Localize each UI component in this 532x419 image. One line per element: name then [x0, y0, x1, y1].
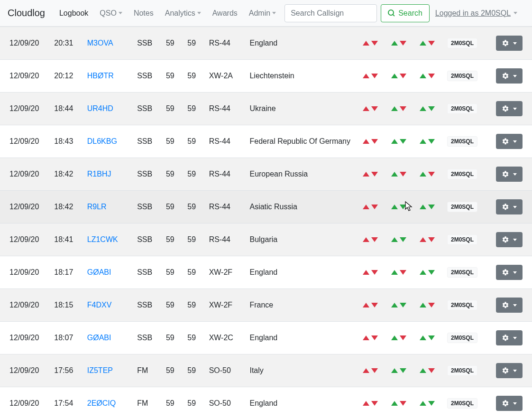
cell-date: 12/09/20 — [0, 158, 48, 191]
table-row: 12/09/20 18:42 R9LR SSB 59 59 RS-44 Asia… — [0, 191, 532, 223]
table-row: 12/09/20 20:12 HBØTR SSB 59 59 XW-2A Lie… — [0, 60, 532, 93]
cell-actions — [486, 223, 532, 256]
cell-rst-sent: 59 — [160, 256, 182, 289]
nav-admin[interactable]: Admin — [244, 5, 281, 21]
triangle-down-icon — [428, 368, 435, 373]
status-triangles — [420, 335, 435, 340]
cell-eqsl-status — [413, 93, 441, 125]
cell-band: RS-44 — [203, 191, 244, 223]
nav-notes[interactable]: Notes — [129, 5, 158, 21]
row-actions-button[interactable] — [496, 232, 523, 247]
station-badge: 2M0SQL — [447, 38, 477, 48]
nav-logbook[interactable]: Logbook — [55, 5, 93, 21]
chevron-down-icon — [513, 140, 517, 143]
cell-eqsl-status — [413, 256, 441, 289]
triangle-up-icon — [391, 401, 398, 406]
chevron-down-icon — [119, 12, 122, 14]
callsign-link[interactable]: R9LR — [87, 203, 107, 211]
triangle-down-icon — [371, 303, 378, 307]
status-triangles — [363, 41, 378, 46]
cell-rst-rcvd: 59 — [182, 256, 203, 289]
logged-in-menu[interactable]: Logged in as 2M0SQL — [435, 9, 517, 18]
table-row: 12/09/20 18:44 UR4HD SSB 59 59 RS-44 Ukr… — [0, 93, 532, 125]
callsign-link[interactable]: M3OVA — [87, 39, 113, 47]
triangle-down-icon — [400, 401, 406, 406]
cell-lotw-status — [385, 354, 413, 387]
station-badge: 2M0SQL — [447, 234, 477, 245]
callsign-link[interactable]: LZ1CWK — [87, 235, 118, 243]
callsign-link[interactable]: IZ5TEP — [87, 366, 113, 374]
cell-date: 12/09/20 — [0, 322, 48, 354]
chevron-down-icon — [513, 173, 517, 176]
status-triangles — [391, 270, 406, 275]
row-actions-button[interactable] — [496, 134, 523, 149]
row-actions-button[interactable] — [496, 167, 523, 182]
status-triangles — [420, 237, 435, 242]
callsign-link[interactable]: R1BHJ — [87, 170, 111, 178]
cell-qsl-status — [356, 289, 385, 322]
row-actions-button[interactable] — [496, 363, 523, 378]
cell-time: 17:54 — [48, 387, 81, 419]
callsign-link[interactable]: HBØTR — [87, 72, 114, 80]
cell-eqsl-status — [413, 125, 441, 158]
triangle-down-icon — [371, 368, 378, 373]
search-form: Search — [284, 4, 430, 22]
cell-mode: SSB — [131, 191, 160, 223]
cell-time: 18:44 — [48, 93, 81, 125]
triangle-up-icon — [420, 172, 426, 177]
status-triangles — [391, 335, 406, 340]
cell-country: Bulgaria — [244, 223, 356, 256]
nav-qso[interactable]: QSO — [95, 5, 127, 21]
row-actions-button[interactable] — [496, 298, 523, 313]
search-button[interactable]: Search — [381, 4, 430, 22]
cell-eqsl-status — [413, 223, 441, 256]
brand-link[interactable]: Cloudlog — [8, 8, 45, 19]
triangle-up-icon — [391, 106, 398, 111]
row-actions-button[interactable] — [496, 68, 523, 84]
cell-callsign: R1BHJ — [82, 158, 131, 191]
cell-callsign: GØABI — [82, 322, 131, 354]
callsign-link[interactable]: UR4HD — [87, 104, 113, 112]
row-actions-button[interactable] — [496, 199, 523, 214]
nav-awards[interactable]: Awards — [208, 5, 242, 21]
cell-band: SO-50 — [203, 354, 244, 387]
triangle-down-icon — [371, 106, 378, 111]
callsign-link[interactable]: GØABI — [87, 334, 111, 342]
cell-date: 12/09/20 — [0, 354, 48, 387]
row-actions-button[interactable] — [496, 265, 523, 280]
callsign-link[interactable]: F4DXV — [87, 301, 112, 309]
triangle-down-icon — [428, 303, 435, 307]
cell-lotw-status — [385, 125, 413, 158]
callsign-link[interactable]: DL6KBG — [87, 137, 117, 145]
row-actions-button[interactable] — [496, 101, 523, 116]
status-triangles — [420, 139, 435, 144]
cell-band: RS-44 — [203, 27, 244, 60]
search-input[interactable] — [284, 4, 377, 22]
cell-lotw-status — [385, 60, 413, 93]
cell-time: 18:17 — [48, 256, 81, 289]
cell-qsl-status — [356, 256, 385, 289]
triangle-up-icon — [391, 205, 398, 209]
cell-rst-sent: 59 — [160, 223, 182, 256]
nav-analytics[interactable]: Analytics — [160, 5, 206, 21]
triangle-up-icon — [391, 74, 398, 78]
callsign-link[interactable]: 2EØCIQ — [87, 399, 116, 407]
cell-station: 2M0SQL — [441, 27, 486, 60]
row-actions-button[interactable] — [496, 396, 523, 411]
cell-date: 12/09/20 — [0, 256, 48, 289]
status-triangles — [363, 139, 378, 144]
status-triangles — [391, 139, 406, 144]
row-actions-button[interactable] — [496, 36, 523, 51]
row-actions-button[interactable] — [496, 330, 523, 345]
cell-eqsl-status — [413, 60, 441, 93]
triangle-up-icon — [363, 335, 369, 340]
gear-icon — [502, 334, 509, 342]
cell-station: 2M0SQL — [441, 223, 486, 256]
callsign-link[interactable]: GØABI — [87, 268, 111, 276]
logbook-table: 12/09/20 20:31 M3OVA SSB 59 59 RS-44 Eng… — [0, 27, 532, 419]
chevron-down-icon — [513, 42, 517, 45]
triangle-down-icon — [428, 237, 435, 242]
cell-rst-rcvd: 59 — [182, 125, 203, 158]
cell-rst-sent: 59 — [160, 27, 182, 60]
status-triangles — [420, 172, 435, 177]
